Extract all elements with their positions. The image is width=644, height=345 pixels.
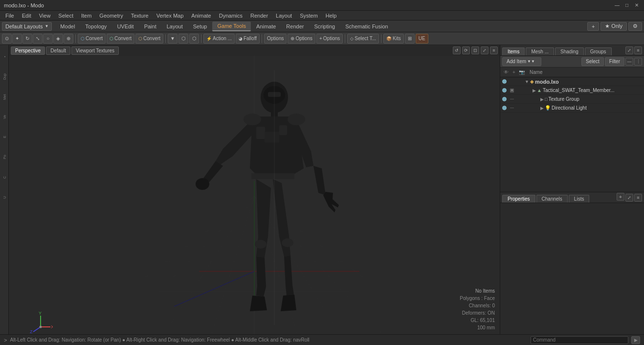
tab-paint[interactable]: Paint	[139, 22, 161, 31]
tree-item-root[interactable]: ▼ ◆ modo.lxo	[500, 77, 644, 86]
vp-tab-viewport-textures[interactable]: Viewport Textures	[71, 46, 119, 55]
tree-item-light[interactable]: ▶ 💡 Directional Light	[500, 104, 644, 113]
tab-uvedit[interactable]: UVEdit	[112, 22, 138, 31]
menu-file[interactable]: File	[2, 12, 18, 20]
falloff-button[interactable]: ◕ Falloff	[236, 34, 260, 44]
tab-topology[interactable]: Topology	[80, 22, 111, 31]
eye-circle-tactical[interactable]	[502, 88, 507, 92]
minimize-button[interactable]: —	[614, 2, 621, 9]
menu-geometry[interactable]: Geometry	[96, 12, 126, 20]
tool-options-1[interactable]: Options	[264, 34, 287, 44]
tree-item-tactical[interactable]: + ▶ ▲ Tactical_SWAT_Team_Member...	[500, 86, 644, 95]
visibility-eye-texture[interactable]	[500, 97, 508, 101]
tab-render[interactable]: Render	[281, 22, 309, 31]
star-only-button[interactable]: ★ Only	[600, 22, 627, 31]
expand-arrow-root[interactable]: ▼	[525, 79, 529, 84]
expand-arrow-light[interactable]: ▶	[540, 106, 544, 111]
command-input[interactable]	[533, 337, 626, 343]
prop-tab-properties[interactable]: Properties	[502, 195, 535, 203]
tool-select[interactable]: ⊙	[2, 34, 12, 44]
panel-tab-shading[interactable]: Shading	[555, 47, 584, 55]
vp-tab-perspective[interactable]: Perspective	[11, 46, 45, 55]
panel-expand-btn[interactable]: ⤢	[625, 46, 633, 54]
vp-ctrl-zoom-fit[interactable]: ⊡	[471, 46, 479, 54]
vp-ctrl-maximize[interactable]: ⤢	[481, 46, 489, 54]
sidebar-tab-c[interactable]: C	[1, 167, 8, 187]
command-exec-button[interactable]: ▶	[631, 336, 640, 344]
add-layout-button[interactable]: +	[587, 22, 599, 31]
settings-button[interactable]: ⚙	[628, 22, 642, 31]
prop-add-button[interactable]: +	[617, 193, 624, 201]
convert-button-2[interactable]: ⬡ Convert	[107, 34, 134, 44]
tab-setup[interactable]: Setup	[188, 22, 212, 31]
maximize-button[interactable]: □	[623, 2, 630, 9]
tool-transform[interactable]: ○	[43, 34, 53, 44]
tab-scripting[interactable]: Scripting	[309, 22, 340, 31]
panel-tab-mesh[interactable]: Mesh ...	[526, 47, 554, 55]
sidebar-tab-e[interactable]: E	[1, 127, 8, 147]
menu-system[interactable]: System	[296, 12, 321, 20]
sidebar-tab-met[interactable]: Met	[1, 87, 8, 107]
menu-item[interactable]: Item	[78, 12, 95, 20]
panel-tab-groups[interactable]: Groups	[585, 47, 612, 55]
menu-animate[interactable]: Animate	[188, 12, 214, 20]
menu-help[interactable]: Help	[322, 12, 340, 20]
layout-dropdown[interactable]: Default Layouts ▼	[2, 22, 52, 31]
panel-tab-items[interactable]: Items	[502, 47, 525, 55]
expand-arrow-texture[interactable]: ▶	[540, 97, 544, 102]
sidebar-tab-1[interactable]: •	[1, 47, 8, 67]
eye-circle-root[interactable]	[502, 79, 507, 84]
add-item-button[interactable]: Add Item ▼	[502, 57, 541, 66]
viewport[interactable]: Perspective Default Viewport Textures ↺ …	[9, 45, 500, 334]
visibility-eye-root[interactable]	[500, 79, 508, 84]
tool-options-2[interactable]: ⊕ Options	[288, 34, 315, 44]
tool-arrow-dropdown[interactable]: ▼	[168, 34, 178, 44]
prop-menu-btn[interactable]: ≡	[634, 194, 642, 202]
menu-select[interactable]: Select	[55, 12, 77, 20]
filter-button[interactable]: Filter	[605, 57, 624, 66]
action-button[interactable]: ⚡ Action ...	[203, 34, 235, 44]
sidebar-tab-ve[interactable]: Ve	[1, 107, 8, 127]
kits-button[interactable]: 📦 Kits	[383, 34, 404, 44]
prop-tab-lists[interactable]: Lists	[569, 195, 590, 203]
tool-5[interactable]: ◈	[53, 34, 63, 44]
tab-layout[interactable]: Layout	[162, 22, 188, 31]
sidebar-tab-dup[interactable]: Dup	[1, 67, 8, 87]
command-input-container[interactable]	[531, 336, 628, 344]
menu-view[interactable]: View	[36, 12, 54, 20]
tool-shield[interactable]: ⬡	[178, 34, 188, 44]
items-dots-btn[interactable]: ⋮	[634, 58, 642, 66]
close-button[interactable]: ✕	[633, 2, 640, 9]
prop-expand-btn[interactable]: ⤢	[625, 194, 633, 202]
select-button[interactable]: Select	[581, 57, 604, 66]
menu-dynamics[interactable]: Dynamics	[216, 12, 246, 20]
menu-edit[interactable]: Edit	[19, 12, 35, 20]
tool-rotate[interactable]: ↻	[22, 34, 32, 44]
menu-vertex-map[interactable]: Vertex Map	[153, 12, 187, 20]
menu-render[interactable]: Render	[247, 12, 271, 20]
items-minus-btn[interactable]: —	[625, 58, 633, 66]
convert-button-1[interactable]: ⬡ Convert	[78, 34, 106, 44]
vp-ctrl-menu[interactable]: ≡	[490, 46, 498, 54]
tool-shield-2[interactable]: ⬡	[189, 34, 199, 44]
unreal-button[interactable]: UE	[416, 34, 428, 44]
tab-model[interactable]: Model	[55, 22, 80, 31]
menu-layout[interactable]: Layout	[272, 12, 295, 20]
sidebar-tab-po[interactable]: Po	[1, 147, 8, 167]
tree-item-texture[interactable]: ▶ □ Texture Group	[500, 95, 644, 104]
vp-tab-default[interactable]: Default	[46, 46, 70, 55]
tab-animate[interactable]: Animate	[251, 22, 281, 31]
tab-game-tools[interactable]: Game Tools	[212, 22, 251, 31]
eye-circle-texture[interactable]	[502, 97, 507, 101]
tool-move[interactable]: ✦	[12, 34, 22, 44]
menu-texture[interactable]: Texture	[128, 12, 152, 20]
panel-menu-btn[interactable]: ≡	[634, 46, 642, 54]
visibility-eye-light[interactable]	[500, 106, 508, 110]
convert-button-3[interactable]: ⬡ Convert	[135, 34, 163, 44]
visibility-eye-tactical[interactable]	[500, 88, 508, 92]
plus-square-tactical[interactable]: +	[510, 89, 514, 92]
vp-ctrl-reset[interactable]: ⟳	[462, 46, 470, 54]
tool-6[interactable]: ⊕	[64, 34, 73, 44]
tab-schematic-fusion[interactable]: Schematic Fusion	[340, 22, 393, 31]
prop-tab-channels[interactable]: Channels	[536, 195, 568, 203]
